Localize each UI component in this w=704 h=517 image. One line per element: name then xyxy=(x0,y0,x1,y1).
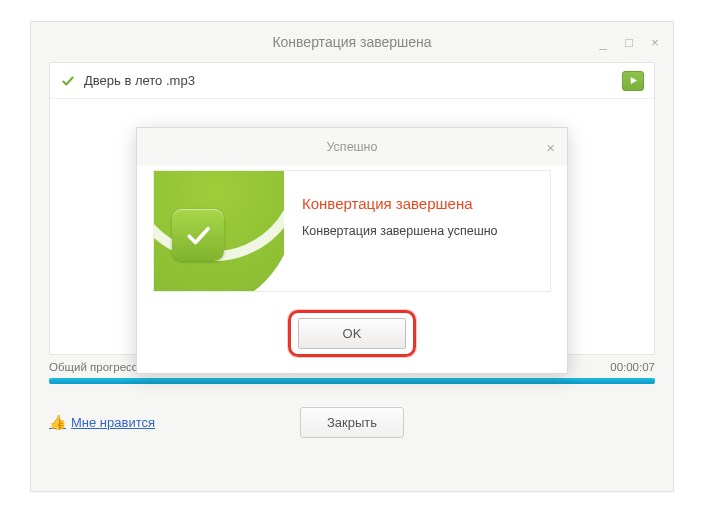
modal-title: Успешно xyxy=(327,140,378,154)
window-title: Конвертация завершена xyxy=(272,34,431,50)
checkmark-icon xyxy=(60,73,76,89)
minimize-button[interactable]: _ xyxy=(595,35,611,50)
window-controls: _ □ × xyxy=(595,22,663,62)
success-badge-icon xyxy=(172,209,224,261)
ok-button[interactable]: OK xyxy=(298,318,407,349)
like-link[interactable]: 👍 Мне нравится xyxy=(49,414,155,430)
close-button[interactable]: × xyxy=(647,35,663,50)
file-row: Дверь в лето .mp3 xyxy=(50,63,654,99)
file-name: Дверь в лето .mp3 xyxy=(84,73,622,88)
like-label: Мне нравится xyxy=(71,415,155,430)
progress-bar xyxy=(49,378,655,384)
ok-highlight: OK xyxy=(288,310,417,357)
modal-body: Конвертация завершена Конвертация заверш… xyxy=(153,170,551,292)
modal-close-button[interactable]: × xyxy=(546,139,555,156)
ok-wrap: OK xyxy=(137,310,567,357)
success-modal: Успешно × Конвертация завершена Конверта… xyxy=(136,127,568,374)
thumbs-up-icon: 👍 xyxy=(49,414,66,430)
modal-message: Конвертация завершена успешно xyxy=(302,224,532,238)
close-main-button[interactable]: Закрыть xyxy=(300,407,404,438)
modal-graphic xyxy=(154,171,284,291)
footer: 👍 Мне нравится Закрыть xyxy=(49,404,655,440)
play-button[interactable] xyxy=(622,71,644,91)
modal-text: Конвертация завершена Конвертация заверш… xyxy=(284,171,550,291)
modal-heading: Конвертация завершена xyxy=(302,195,532,212)
modal-titlebar: Успешно × xyxy=(137,128,567,166)
titlebar: Конвертация завершена _ □ × xyxy=(31,22,673,62)
elapsed-time: 00:00:07 xyxy=(610,361,655,373)
progress-label: Общий прогресс: xyxy=(49,361,141,373)
maximize-button[interactable]: □ xyxy=(621,35,637,50)
